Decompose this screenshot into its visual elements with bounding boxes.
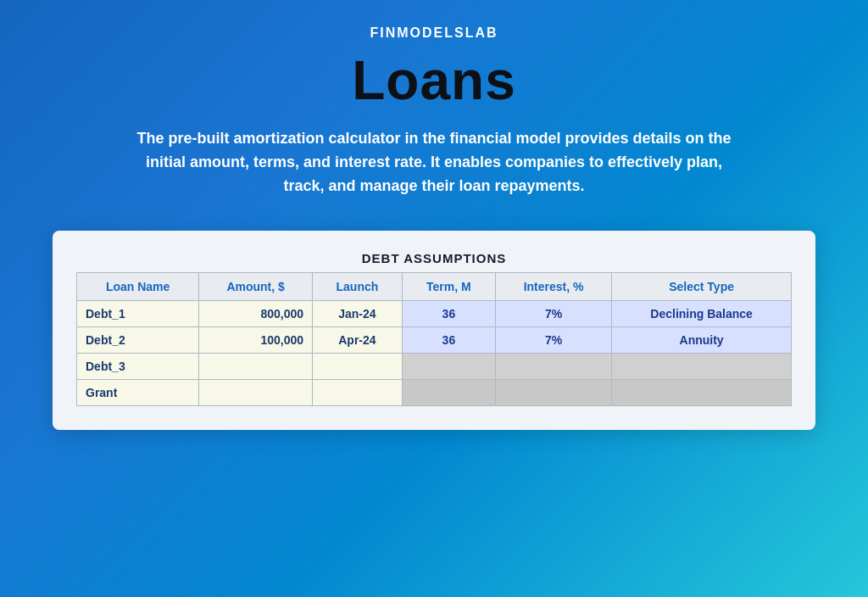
cell-select-type (612, 353, 792, 379)
cell-loan-name: Debt_1 (77, 300, 199, 326)
cell-amount: 800,000 (199, 300, 313, 326)
table-row: Debt_2 100,000 Apr-24 36 7% Annuity (77, 326, 792, 353)
debt-assumptions-table: Loan Name Amount, $ Launch Term, M Inter… (76, 272, 792, 406)
cell-loan-name: Grant (77, 379, 199, 405)
cell-interest: 7% (495, 326, 611, 353)
cell-select-type (612, 379, 792, 405)
cell-launch: Jan-24 (313, 300, 403, 326)
debt-assumptions-card: DEBT ASSUMPTIONS Loan Name Amount, $ Lau… (53, 231, 815, 430)
cell-launch (313, 379, 403, 405)
table-row: Grant (77, 379, 792, 405)
table-row: Debt_1 800,000 Jan-24 36 7% Declining Ba… (77, 300, 792, 326)
cell-interest (495, 379, 611, 405)
cell-term (402, 353, 495, 379)
cell-term: 36 (402, 326, 495, 353)
col-header-select-type: Select Type (612, 272, 792, 300)
col-header-loan-name: Loan Name (77, 272, 199, 300)
cell-select-type[interactable]: Declining Balance (612, 300, 792, 326)
cell-amount (199, 379, 313, 405)
col-header-amount: Amount, $ (199, 272, 313, 300)
cell-term: 36 (402, 300, 495, 326)
cell-select-type[interactable]: Annuity (612, 326, 792, 353)
cell-interest: 7% (495, 300, 611, 326)
cell-interest (495, 353, 611, 379)
cell-amount (199, 353, 313, 379)
hero-description: The pre-built amortization calculator in… (129, 127, 739, 198)
table-row: Debt_3 (77, 353, 792, 379)
cell-term (402, 379, 495, 405)
cell-amount: 100,000 (199, 326, 313, 353)
cell-loan-name: Debt_2 (77, 326, 199, 353)
cell-launch: Apr-24 (313, 326, 403, 353)
table-header-row: Loan Name Amount, $ Launch Term, M Inter… (77, 272, 792, 300)
page-title: Loans (352, 49, 515, 112)
brand-title: FINMODELSLAB (370, 25, 498, 41)
cell-launch (313, 353, 403, 379)
col-header-interest: Interest, % (495, 272, 611, 300)
col-header-launch: Launch (313, 272, 403, 300)
col-header-term: Term, M (402, 272, 495, 300)
cell-loan-name: Debt_3 (77, 353, 199, 379)
table-section-title: DEBT ASSUMPTIONS (76, 251, 792, 265)
